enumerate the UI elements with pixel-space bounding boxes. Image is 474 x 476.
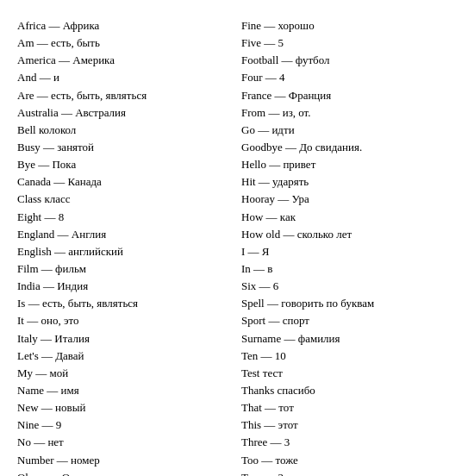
list-item: Film — фильм — [17, 260, 233, 278]
list-item: Three — 3 — [241, 434, 457, 451]
list-item: America — Америка — [17, 52, 233, 69]
list-item: My — мой — [17, 365, 233, 382]
list-item: Bell колокол — [17, 122, 233, 139]
list-item: Is — есть, быть, являться — [17, 295, 233, 312]
right-column: Fine — хорошоFive — 5Football — футболFo… — [241, 17, 457, 476]
list-item: Class класс — [17, 191, 233, 208]
list-item: England — Англия — [17, 226, 233, 243]
list-item: Australia — Австралия — [17, 104, 233, 122]
list-item: Nine — 9 — [17, 416, 233, 434]
list-item: Sport — спорт — [241, 312, 457, 329]
list-item: No — нет — [17, 434, 233, 451]
list-item: In — в — [241, 260, 457, 278]
list-item: Football — футбол — [241, 52, 457, 69]
list-item: How — как — [241, 209, 457, 226]
list-item: Ten — 10 — [241, 348, 457, 365]
list-item: Hooray — Ура — [241, 191, 457, 208]
list-item: Busy — занятой — [17, 139, 233, 156]
columns-container: Africa — АфрикаAm — есть, бытьAmerica — … — [17, 17, 457, 476]
left-column: Africa — АфрикаAm — есть, бытьAmerica — … — [17, 17, 233, 476]
list-item: Too — тоже — [241, 452, 457, 469]
list-item: Bye — Пока — [17, 156, 233, 173]
list-item: Two — 2 — [241, 469, 457, 476]
word-bank-page: Africa — АфрикаAm — есть, бытьAmerica — … — [0, 0, 474, 476]
list-item: France — Франция — [241, 87, 457, 104]
list-item: Hit — ударять — [241, 173, 457, 191]
list-item: That — тот — [241, 399, 457, 416]
list-item: Five — 5 — [241, 34, 457, 52]
list-item: Name — имя — [17, 382, 233, 399]
list-item: Go — идти — [241, 122, 457, 139]
list-item: Number — номер — [17, 452, 233, 469]
list-item: Surname — фамилия — [241, 330, 457, 348]
list-item: Goodbye — До свидания. — [241, 139, 457, 156]
list-item: India — Индия — [17, 278, 233, 295]
list-item: Oh no — О, нет — [17, 469, 233, 476]
list-item: Four — 4 — [241, 69, 457, 86]
list-item: Am — есть, быть — [17, 34, 233, 52]
list-item: It — оно, это — [17, 312, 233, 329]
list-item: Hello — привет — [241, 156, 457, 173]
list-item: How old — сколько лет — [241, 226, 457, 243]
list-item: Canada — Канада — [17, 173, 233, 191]
list-item: And — и — [17, 69, 233, 86]
list-item: Six — 6 — [241, 278, 457, 295]
list-item: Spell — говорить по буквам — [241, 295, 457, 312]
list-item: Are — есть, быть, являться — [17, 87, 233, 104]
list-item: Test тест — [241, 365, 457, 382]
list-item: Eight — 8 — [17, 209, 233, 226]
list-item: I — Я — [241, 243, 457, 260]
list-item: From — из, от. — [241, 104, 457, 122]
list-item: This — этот — [241, 416, 457, 434]
list-item: Fine — хорошо — [241, 17, 457, 34]
list-item: Thanks спасибо — [241, 382, 457, 399]
list-item: Italy — Италия — [17, 330, 233, 348]
list-item: Let's — Давай — [17, 348, 233, 365]
list-item: English — английский — [17, 243, 233, 260]
list-item: New — новый — [17, 399, 233, 416]
list-item: Africa — Африка — [17, 17, 233, 34]
